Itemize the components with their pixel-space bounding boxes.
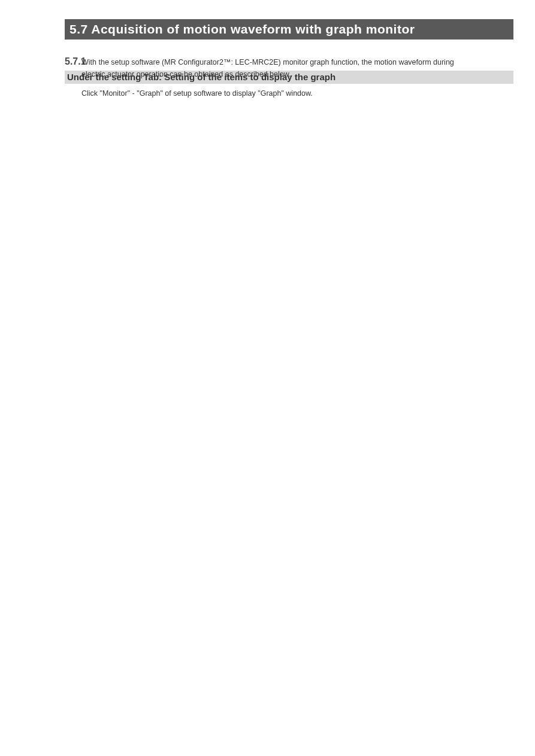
- section-title: Acquisition of motion waveform with grap…: [91, 22, 415, 36]
- section-banner: 5.7 Acquisition of motion waveform with …: [65, 19, 513, 40]
- section-number: 5.7: [69, 22, 88, 36]
- paragraph-instruction: Click "Monitor" - "Graph" of setup softw…: [81, 87, 463, 99]
- paragraph-intro: With the setup software (MR Configurator…: [81, 56, 463, 80]
